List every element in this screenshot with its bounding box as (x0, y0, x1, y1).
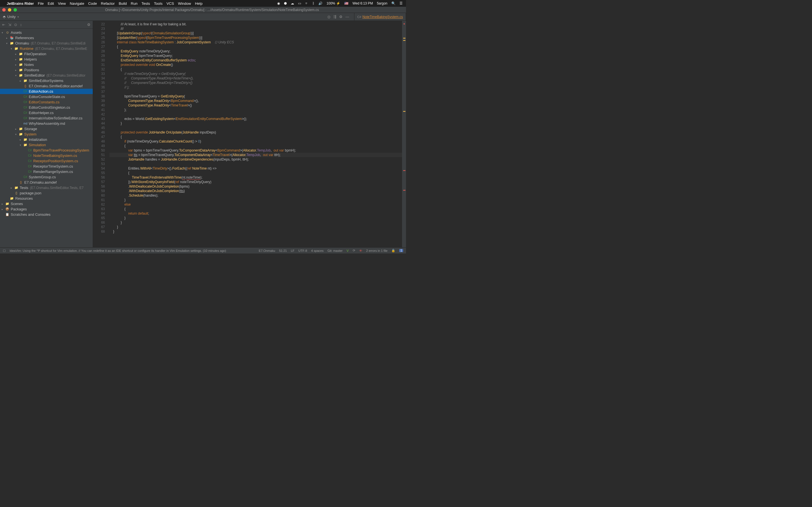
tree-row[interactable]: C#ReceptorPositionSystem.cs (0, 158, 93, 164)
app-name[interactable]: JetBrains Rider (7, 1, 34, 6)
notifications-badge[interactable]: 1 (399, 249, 403, 252)
clock[interactable]: Wed 6:13 PM (352, 1, 373, 5)
menu-tests[interactable]: Tests (142, 1, 150, 6)
status-indent[interactable]: 4 spaces (311, 249, 323, 252)
tree-row[interactable]: ▸📁FileOperation (0, 51, 93, 57)
tree-row[interactable]: C#BpmTimeTravelProcessingSystem (0, 148, 93, 153)
project-tree[interactable]: ▾⊙Assets▸📚References▾📁Onmaku(E7.Onmaku, … (0, 29, 93, 247)
sync-icon[interactable]: ⟳ (353, 249, 355, 252)
tree-row[interactable]: ▸📁Helpers (0, 57, 93, 62)
tree-row[interactable]: C#EditorConstants.cs (0, 100, 93, 105)
filter-icon[interactable]: ⇶ (333, 15, 336, 19)
tree-row[interactable]: 📁Resources (0, 196, 93, 201)
tool-window-icon[interactable]: ▢ (3, 249, 6, 252)
stripe-mark[interactable] (403, 111, 405, 112)
tree-row[interactable]: C#EditorConsoleState.cs (0, 94, 93, 100)
tree-row[interactable]: C#EditorControlSingleton.cs (0, 105, 93, 110)
spotlight-icon[interactable]: 🔍 (391, 1, 396, 5)
tree-row[interactable]: ▸📁Tests(E7.Onmaku.SimfileEditor.Tests, E… (0, 185, 93, 190)
collapse-icon[interactable]: ⇤ (2, 22, 5, 27)
menu-tools[interactable]: Tools (154, 1, 162, 6)
dropbox-icon[interactable]: ⬢ (284, 1, 287, 5)
tree-row[interactable]: ▾📁System (0, 131, 93, 137)
tree-row[interactable]: C#EditorHelper.cs (0, 110, 93, 115)
tree-row[interactable]: ▸📁Storage (0, 126, 93, 131)
menu-window[interactable]: Window (178, 1, 191, 6)
vim-icon[interactable]: V (347, 249, 349, 252)
tree-row[interactable]: ▾📁Runtime(E7.Onmaku, E7.Onmaku.SimfileE (0, 46, 93, 51)
menu-run[interactable]: Run (131, 1, 138, 6)
status-encoding[interactable]: UTF-8 (298, 249, 307, 252)
tree-row[interactable]: {}E7.Onmaku.SimfileEditor.asmdef (0, 83, 93, 89)
input-flag[interactable]: 🇺🇸 (344, 1, 349, 5)
screencast-icon[interactable]: ◉ (277, 1, 280, 5)
menu-refactor[interactable]: Refactor (101, 1, 115, 6)
errors-summary[interactable]: 2 errors in 1 file (366, 249, 388, 252)
status-git[interactable]: Git: master (327, 249, 343, 252)
expand-icon[interactable]: ⇲ (8, 22, 11, 27)
error-indicator-icon[interactable]: ● (403, 22, 405, 25)
tree-row[interactable]: ▸📦Packages (0, 207, 93, 212)
menu-build[interactable]: Build (119, 1, 127, 6)
menu-code[interactable]: Code (88, 1, 97, 6)
user-name[interactable]: 5argon (377, 1, 388, 5)
code-area[interactable]: /// At least, it is fine if we tag for b… (107, 21, 402, 247)
tree-row[interactable]: ▸📚References (0, 35, 93, 41)
tree-row[interactable]: C#InternalsVisibleToSimfileEditor.cs (0, 115, 93, 121)
stripe-mark[interactable] (403, 170, 405, 171)
stripe-mark[interactable] (403, 40, 405, 41)
tree-row[interactable]: {}E7.Onmaku.asmdef (0, 180, 93, 185)
stripe-mark[interactable] (403, 38, 405, 39)
tree-row[interactable]: ▾📁Onmaku(E7.Onmaku, E7.Onmaku.SimfileEdi (0, 41, 93, 46)
tree-row[interactable]: mdWhyNewAssembly.md (0, 121, 93, 126)
tree-row[interactable]: ▾📁Simulation (0, 142, 93, 148)
display-icon[interactable]: ▭ (298, 1, 301, 5)
tree-row[interactable]: C#EditorAction.cs (0, 89, 93, 94)
volume-icon[interactable]: 🔊 (318, 1, 322, 5)
minimize-button[interactable] (8, 8, 11, 11)
menu-help[interactable]: Help (195, 1, 202, 6)
fullscreen-button[interactable] (13, 8, 17, 11)
locate-icon[interactable]: ⊙ (14, 22, 17, 27)
tree-row[interactable]: ▾⊙Assets (0, 30, 93, 35)
tree-row[interactable]: ▸📁Intialization (0, 137, 93, 142)
error-stripe[interactable]: ● (402, 21, 406, 247)
menu-navigate[interactable]: Navigate (70, 1, 84, 6)
tree-row[interactable]: 📋Scratches and Consoles (0, 212, 93, 217)
wifi-icon[interactable]: ᯤ (305, 1, 308, 5)
status-project[interactable]: E7.Onmaku (259, 249, 275, 252)
stripe-mark[interactable] (403, 190, 405, 191)
menu-icon[interactable]: ☰ (400, 1, 403, 5)
settings-icon[interactable]: ⚙ (339, 15, 343, 19)
tree-row[interactable]: C#SystemGroup.cs (0, 174, 93, 180)
inspect-icon[interactable]: 👁 (359, 249, 362, 252)
tree-row[interactable]: C#NoteTimeBakingSystem.cs (0, 153, 93, 158)
menu-edit[interactable]: Edit (48, 1, 54, 6)
menu-file[interactable]: File (38, 1, 44, 6)
run-config-dropdown[interactable]: ⬘ Unity (0, 15, 22, 19)
code-editor[interactable]: 2223242526272829303132333435363738394041… (93, 21, 406, 247)
tree-row[interactable]: ▸📁Positions (0, 67, 93, 73)
gear-icon[interactable]: ⚙ (87, 22, 91, 27)
tree-row[interactable]: C#RenderRangeSystem.cs (0, 169, 93, 174)
menu-view[interactable]: View (58, 1, 66, 6)
menu-vcs[interactable]: VCS (166, 1, 174, 6)
tree-row[interactable]: ▾📁SimfileEditor(E7.Onmaku.SimfileEditor (0, 73, 93, 78)
close-button[interactable] (2, 8, 6, 11)
tree-row[interactable]: ▸📁Notes (0, 62, 93, 67)
battery-status[interactable]: 100% ⚡ (326, 1, 340, 5)
cloud-icon[interactable]: ☁ (291, 1, 294, 5)
tree-row[interactable]: ▸📁Scenes (0, 201, 93, 207)
tree-row[interactable]: {}package.json (0, 190, 93, 196)
sort-icon[interactable]: ↕ (20, 22, 22, 27)
lock-icon[interactable]: 🔒 (391, 249, 395, 252)
tree-row[interactable]: C#ReceptorTimeSystem.cs (0, 164, 93, 169)
hide-icon[interactable]: — (345, 15, 349, 19)
tree-row[interactable]: ▸📁SimfileEditorSystems (0, 78, 93, 83)
bluetooth-icon[interactable]: ᛒ (312, 1, 314, 5)
status-eol[interactable]: LF (291, 249, 294, 252)
editor-tabs: C# NoteTimeBakingSystem.cs (354, 13, 406, 20)
target-icon[interactable]: ◎ (327, 15, 331, 19)
status-caret[interactable]: 51:21 (279, 249, 287, 252)
editor-tab[interactable]: C# NoteTimeBakingSystem.cs (354, 13, 406, 20)
